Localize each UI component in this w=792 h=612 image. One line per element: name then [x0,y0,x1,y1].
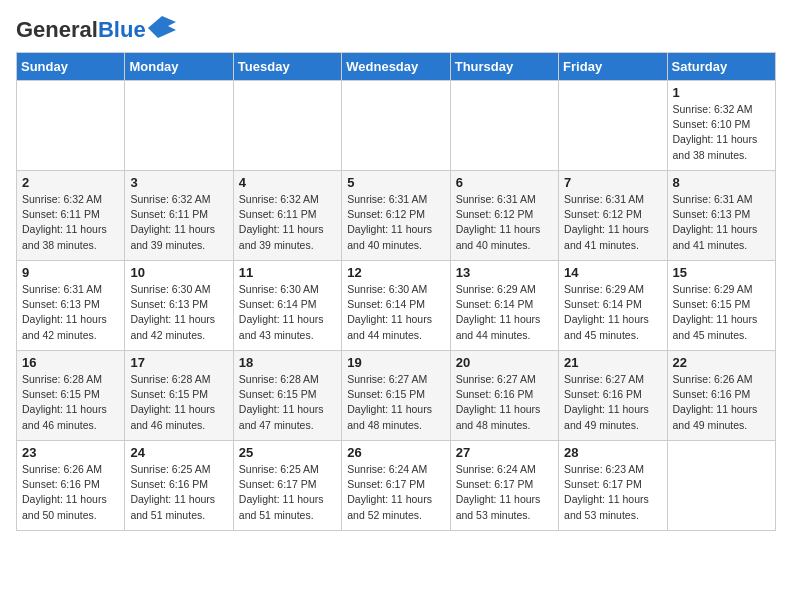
day-number: 28 [564,445,661,460]
day-number: 27 [456,445,553,460]
calendar-cell: 3Sunrise: 6:32 AM Sunset: 6:11 PM Daylig… [125,171,233,261]
day-info: Sunrise: 6:28 AM Sunset: 6:15 PM Dayligh… [239,372,336,433]
day-number: 6 [456,175,553,190]
calendar-cell: 9Sunrise: 6:31 AM Sunset: 6:13 PM Daylig… [17,261,125,351]
day-number: 22 [673,355,770,370]
day-number: 10 [130,265,227,280]
day-info: Sunrise: 6:25 AM Sunset: 6:17 PM Dayligh… [239,462,336,523]
day-header-monday: Monday [125,53,233,81]
day-info: Sunrise: 6:30 AM Sunset: 6:14 PM Dayligh… [347,282,444,343]
day-info: Sunrise: 6:31 AM Sunset: 6:13 PM Dayligh… [22,282,119,343]
day-info: Sunrise: 6:27 AM Sunset: 6:16 PM Dayligh… [564,372,661,433]
calendar-cell: 23Sunrise: 6:26 AM Sunset: 6:16 PM Dayli… [17,441,125,531]
day-info: Sunrise: 6:29 AM Sunset: 6:14 PM Dayligh… [456,282,553,343]
calendar-cell: 16Sunrise: 6:28 AM Sunset: 6:15 PM Dayli… [17,351,125,441]
calendar-cell: 6Sunrise: 6:31 AM Sunset: 6:12 PM Daylig… [450,171,558,261]
day-info: Sunrise: 6:25 AM Sunset: 6:16 PM Dayligh… [130,462,227,523]
logo-general: General [16,17,98,42]
calendar-week-4: 23Sunrise: 6:26 AM Sunset: 6:16 PM Dayli… [17,441,776,531]
day-number: 20 [456,355,553,370]
day-number: 19 [347,355,444,370]
calendar-header-row: SundayMondayTuesdayWednesdayThursdayFrid… [17,53,776,81]
day-header-wednesday: Wednesday [342,53,450,81]
calendar-cell: 22Sunrise: 6:26 AM Sunset: 6:16 PM Dayli… [667,351,775,441]
day-info: Sunrise: 6:26 AM Sunset: 6:16 PM Dayligh… [673,372,770,433]
calendar-table: SundayMondayTuesdayWednesdayThursdayFrid… [16,52,776,531]
calendar-cell: 15Sunrise: 6:29 AM Sunset: 6:15 PM Dayli… [667,261,775,351]
day-number: 5 [347,175,444,190]
day-info: Sunrise: 6:27 AM Sunset: 6:16 PM Dayligh… [456,372,553,433]
svg-marker-0 [148,16,176,38]
calendar-cell [17,81,125,171]
day-number: 9 [22,265,119,280]
day-number: 26 [347,445,444,460]
page-header: GeneralBlue [16,16,776,44]
day-number: 8 [673,175,770,190]
day-header-tuesday: Tuesday [233,53,341,81]
calendar-cell: 17Sunrise: 6:28 AM Sunset: 6:15 PM Dayli… [125,351,233,441]
day-info: Sunrise: 6:31 AM Sunset: 6:13 PM Dayligh… [673,192,770,253]
day-header-thursday: Thursday [450,53,558,81]
calendar-cell: 26Sunrise: 6:24 AM Sunset: 6:17 PM Dayli… [342,441,450,531]
calendar-cell [450,81,558,171]
day-info: Sunrise: 6:31 AM Sunset: 6:12 PM Dayligh… [456,192,553,253]
logo-blue: Blue [98,17,146,42]
day-number: 1 [673,85,770,100]
calendar-cell: 18Sunrise: 6:28 AM Sunset: 6:15 PM Dayli… [233,351,341,441]
day-info: Sunrise: 6:24 AM Sunset: 6:17 PM Dayligh… [456,462,553,523]
day-number: 11 [239,265,336,280]
calendar-cell: 10Sunrise: 6:30 AM Sunset: 6:13 PM Dayli… [125,261,233,351]
day-info: Sunrise: 6:28 AM Sunset: 6:15 PM Dayligh… [130,372,227,433]
logo: GeneralBlue [16,16,176,44]
calendar-cell: 19Sunrise: 6:27 AM Sunset: 6:15 PM Dayli… [342,351,450,441]
calendar-cell: 21Sunrise: 6:27 AM Sunset: 6:16 PM Dayli… [559,351,667,441]
calendar-week-2: 9Sunrise: 6:31 AM Sunset: 6:13 PM Daylig… [17,261,776,351]
calendar-cell: 7Sunrise: 6:31 AM Sunset: 6:12 PM Daylig… [559,171,667,261]
day-info: Sunrise: 6:30 AM Sunset: 6:14 PM Dayligh… [239,282,336,343]
day-number: 15 [673,265,770,280]
day-info: Sunrise: 6:27 AM Sunset: 6:15 PM Dayligh… [347,372,444,433]
day-number: 4 [239,175,336,190]
calendar-week-3: 16Sunrise: 6:28 AM Sunset: 6:15 PM Dayli… [17,351,776,441]
logo-text: GeneralBlue [16,19,146,41]
calendar-cell: 2Sunrise: 6:32 AM Sunset: 6:11 PM Daylig… [17,171,125,261]
day-number: 14 [564,265,661,280]
day-number: 23 [22,445,119,460]
day-header-sunday: Sunday [17,53,125,81]
calendar-cell [233,81,341,171]
day-info: Sunrise: 6:23 AM Sunset: 6:17 PM Dayligh… [564,462,661,523]
day-number: 12 [347,265,444,280]
calendar-cell [342,81,450,171]
calendar-cell: 20Sunrise: 6:27 AM Sunset: 6:16 PM Dayli… [450,351,558,441]
day-info: Sunrise: 6:28 AM Sunset: 6:15 PM Dayligh… [22,372,119,433]
calendar-cell: 1Sunrise: 6:32 AM Sunset: 6:10 PM Daylig… [667,81,775,171]
calendar-cell: 12Sunrise: 6:30 AM Sunset: 6:14 PM Dayli… [342,261,450,351]
logo-bird-icon [148,16,176,38]
calendar-cell [125,81,233,171]
day-info: Sunrise: 6:26 AM Sunset: 6:16 PM Dayligh… [22,462,119,523]
calendar-cell: 24Sunrise: 6:25 AM Sunset: 6:16 PM Dayli… [125,441,233,531]
day-number: 13 [456,265,553,280]
calendar-cell: 11Sunrise: 6:30 AM Sunset: 6:14 PM Dayli… [233,261,341,351]
day-info: Sunrise: 6:29 AM Sunset: 6:14 PM Dayligh… [564,282,661,343]
day-header-saturday: Saturday [667,53,775,81]
calendar-cell: 5Sunrise: 6:31 AM Sunset: 6:12 PM Daylig… [342,171,450,261]
day-number: 18 [239,355,336,370]
day-info: Sunrise: 6:32 AM Sunset: 6:11 PM Dayligh… [22,192,119,253]
calendar-cell: 28Sunrise: 6:23 AM Sunset: 6:17 PM Dayli… [559,441,667,531]
day-header-friday: Friday [559,53,667,81]
day-number: 21 [564,355,661,370]
calendar-cell: 4Sunrise: 6:32 AM Sunset: 6:11 PM Daylig… [233,171,341,261]
day-info: Sunrise: 6:31 AM Sunset: 6:12 PM Dayligh… [564,192,661,253]
day-info: Sunrise: 6:24 AM Sunset: 6:17 PM Dayligh… [347,462,444,523]
calendar-cell: 14Sunrise: 6:29 AM Sunset: 6:14 PM Dayli… [559,261,667,351]
day-info: Sunrise: 6:30 AM Sunset: 6:13 PM Dayligh… [130,282,227,343]
day-number: 2 [22,175,119,190]
day-info: Sunrise: 6:32 AM Sunset: 6:11 PM Dayligh… [130,192,227,253]
calendar-cell [559,81,667,171]
calendar-cell: 27Sunrise: 6:24 AM Sunset: 6:17 PM Dayli… [450,441,558,531]
day-number: 7 [564,175,661,190]
day-info: Sunrise: 6:32 AM Sunset: 6:10 PM Dayligh… [673,102,770,163]
day-info: Sunrise: 6:29 AM Sunset: 6:15 PM Dayligh… [673,282,770,343]
calendar-cell: 13Sunrise: 6:29 AM Sunset: 6:14 PM Dayli… [450,261,558,351]
